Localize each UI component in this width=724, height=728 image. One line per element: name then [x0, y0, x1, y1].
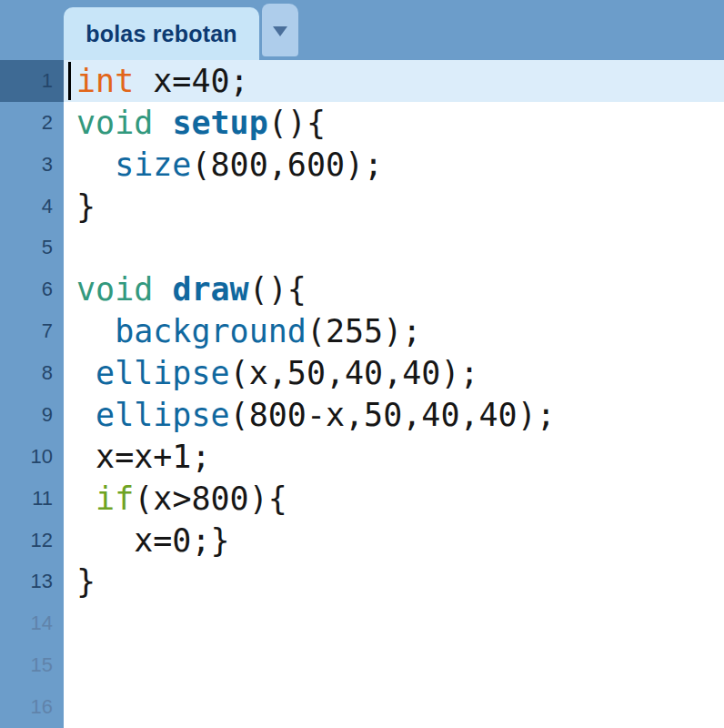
line-row: 11 if(x>800){: [0, 478, 724, 520]
code-token: [76, 397, 96, 433]
sketch-tab[interactable]: bolas rebotan: [64, 7, 259, 60]
line-row: 15: [0, 644, 724, 686]
code-token: }: [76, 188, 96, 225]
code-token: background: [115, 313, 307, 349]
line-number: 14: [0, 602, 64, 644]
code-token: ellipse: [96, 355, 230, 391]
line-number: 8: [0, 352, 64, 394]
line-row: 3 size(800,600);: [0, 144, 724, 186]
code-token: if: [96, 480, 134, 517]
code-token: [153, 271, 172, 308]
line-row: 9 ellipse(800-x,50,40,40);: [0, 394, 724, 436]
line-row: 10 x=x+1;: [0, 436, 724, 478]
code-token: ellipse: [96, 397, 230, 433]
code-token: x=0;}: [76, 522, 230, 559]
code-token: (x>800){: [134, 480, 287, 517]
code-token: [76, 147, 115, 183]
code-token: (255);: [307, 313, 421, 349]
line-number: 1: [0, 60, 64, 102]
line-number: 3: [0, 144, 64, 186]
line-number: 10: [0, 436, 64, 478]
line-number: 13: [0, 561, 64, 603]
line-number: 4: [0, 186, 64, 228]
code-token: [153, 105, 172, 141]
code-token: [76, 480, 96, 517]
line-row: 12 x=0;}: [0, 520, 724, 561]
code-token: void: [76, 271, 153, 308]
chevron-down-icon: [273, 26, 287, 36]
sketch-tab-label: bolas rebotan: [85, 21, 237, 47]
line-number: 9: [0, 394, 64, 436]
code-token: void: [76, 105, 153, 141]
code-token: size: [115, 147, 191, 183]
code-line[interactable]: void setup(){: [64, 102, 724, 144]
code-line[interactable]: void draw(){: [64, 268, 724, 310]
line-row: 6void draw(){: [0, 268, 724, 310]
code-token: x=40;: [134, 63, 248, 99]
code-line[interactable]: background(255);: [64, 310, 724, 352]
line-number: 15: [0, 644, 64, 686]
tab-bar: bolas rebotan: [0, 0, 724, 60]
line-row: 1int x=40;: [0, 60, 724, 102]
code-line[interactable]: }: [64, 186, 724, 228]
line-number: 5: [0, 228, 64, 269]
code-line[interactable]: ellipse(x,50,40,40);: [64, 352, 724, 394]
code-line[interactable]: [64, 228, 724, 269]
editor-rows: 1int x=40;2void setup(){3 size(800,600);…: [0, 60, 724, 728]
code-token: (x,50,40,40);: [230, 355, 479, 391]
code-line[interactable]: int x=40;: [64, 60, 724, 102]
code-line[interactable]: [64, 644, 724, 686]
code-editor[interactable]: 1int x=40;2void setup(){3 size(800,600);…: [0, 60, 724, 728]
tab-menu-button[interactable]: [262, 4, 298, 56]
code-line[interactable]: size(800,600);: [64, 144, 724, 186]
text-caret: [68, 62, 71, 100]
code-token: draw: [172, 271, 248, 308]
code-token: int: [76, 63, 134, 99]
code-token: }: [76, 563, 96, 600]
line-row: 7 background(255);: [0, 310, 724, 352]
code-token: (){: [249, 271, 307, 308]
code-line[interactable]: x=x+1;: [64, 436, 724, 478]
code-line[interactable]: ellipse(800-x,50,40,40);: [64, 394, 724, 436]
code-token: (){: [268, 105, 326, 141]
code-token: setup: [172, 105, 267, 141]
code-line[interactable]: }: [64, 561, 724, 603]
line-row: 8 ellipse(x,50,40,40);: [0, 352, 724, 394]
line-row: 5: [0, 228, 724, 269]
line-number: 2: [0, 102, 64, 144]
line-number: 12: [0, 520, 64, 561]
code-token: [76, 355, 96, 391]
code-line[interactable]: if(x>800){: [64, 478, 724, 520]
code-token: (800-x,50,40,40);: [230, 397, 556, 433]
line-row: 14: [0, 602, 724, 644]
code-line[interactable]: [64, 602, 724, 644]
line-number: 6: [0, 268, 64, 310]
code-line[interactable]: x=0;}: [64, 520, 724, 561]
code-token: (800,600);: [191, 147, 383, 183]
line-row: 4}: [0, 186, 724, 228]
line-row: 2void setup(){: [0, 102, 724, 144]
code-token: x=x+1;: [76, 439, 211, 475]
line-number: 7: [0, 310, 64, 352]
line-number: 11: [0, 478, 64, 520]
line-number: 16: [0, 686, 64, 728]
code-token: [76, 313, 115, 349]
code-line[interactable]: [64, 686, 724, 728]
line-row: 16: [0, 686, 724, 728]
line-row: 13}: [0, 561, 724, 603]
